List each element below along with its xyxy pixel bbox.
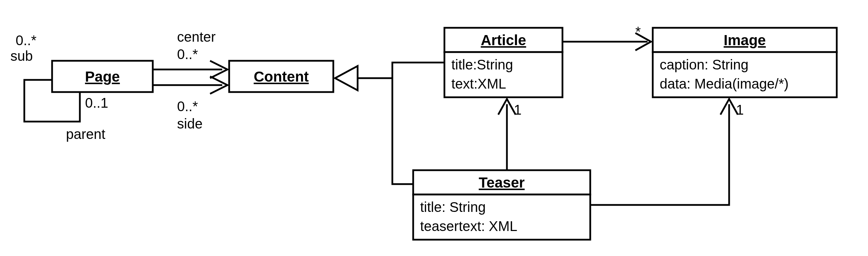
mult-article-image: * <box>635 24 641 39</box>
class-article-name: Article <box>481 32 526 48</box>
class-teaser-name: Teaser <box>479 174 525 191</box>
class-teaser: Teaser title: String teasertext: XML <box>413 170 590 240</box>
assoc-page-content-side: 0..* side <box>153 76 227 131</box>
assoc-teaser-article: 1 <box>498 99 521 170</box>
mult-page-sub: 0..* <box>16 33 36 48</box>
role-center: center <box>177 29 216 44</box>
role-page-sub: sub <box>10 48 33 64</box>
article-attr-1: text:XML <box>451 76 506 91</box>
mult-teaser-article: 1 <box>514 102 521 117</box>
class-page: Page <box>52 61 153 92</box>
mult-teaser-image: 1 <box>736 102 744 117</box>
uml-diagram: Page 0..* sub 0..1 parent Content center… <box>0 0 868 256</box>
assoc-page-content-center: center 0..* <box>153 29 227 78</box>
assoc-article-image: * <box>562 24 651 50</box>
teaser-attr-1: teasertext: XML <box>420 218 517 234</box>
mult-center: 0..* <box>177 47 198 62</box>
class-image: Image caption: String data: Media(image/… <box>653 28 837 97</box>
image-attr-1: data: Media(image/*) <box>660 76 788 91</box>
class-page-name: Page <box>85 68 120 85</box>
article-attr-0: title:String <box>451 57 513 72</box>
generalization-to-content <box>335 63 444 184</box>
image-attr-0: caption: String <box>660 57 749 72</box>
mult-page-parent: 0..1 <box>85 95 108 110</box>
teaser-attr-0: title: String <box>420 199 486 215</box>
role-side: side <box>177 116 202 131</box>
svg-marker-10 <box>335 66 358 90</box>
class-article: Article title:String text:XML <box>444 28 562 97</box>
class-content: Content <box>229 61 333 92</box>
class-image-name: Image <box>724 32 766 48</box>
mult-side: 0..* <box>177 99 198 114</box>
role-page-parent: parent <box>66 126 105 142</box>
assoc-teaser-image: 1 <box>590 99 744 205</box>
class-content-name: Content <box>254 68 309 85</box>
